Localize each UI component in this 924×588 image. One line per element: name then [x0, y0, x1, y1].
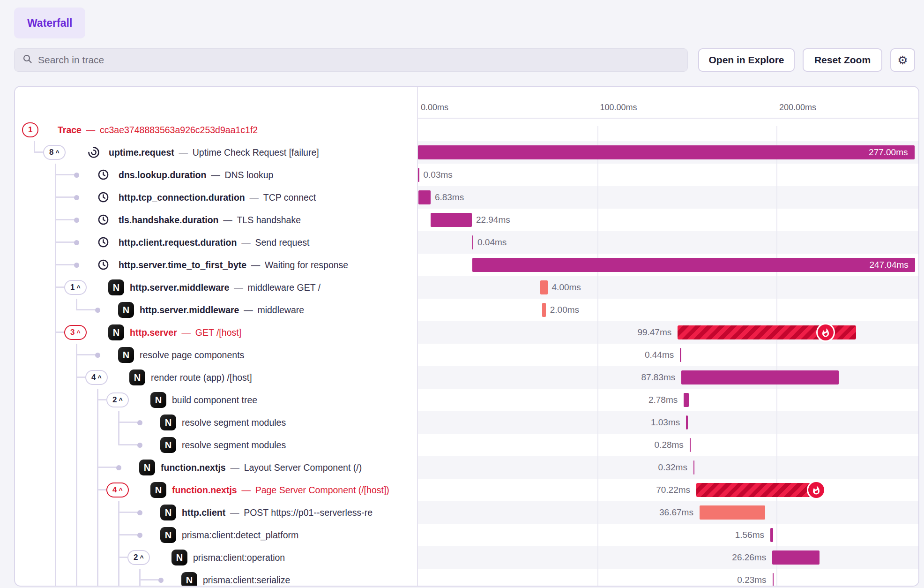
- duration-bar[interactable]: [770, 528, 773, 542]
- span-tree-cell[interactable]: Nhttp.server.middleware — middleware: [15, 299, 417, 321]
- waterfall-cell[interactable]: 36.67ms: [418, 501, 918, 524]
- duration-bar[interactable]: [418, 145, 915, 159]
- duration-bar[interactable]: [542, 303, 546, 317]
- span-tree-cell[interactable]: Nprisma:client:detect_platform: [15, 524, 417, 546]
- trace-row[interactable]: 1Trace — cc3ae3748883563a926c253d9aa1c1f…: [15, 119, 918, 141]
- trace-row[interactable]: dns.lookup.duration — DNS lookup0.03ms: [15, 164, 918, 186]
- span-count-pill[interactable]: 3^: [64, 325, 87, 340]
- duration-bar[interactable]: [680, 348, 681, 362]
- waterfall-cell[interactable]: 0.04ms: [418, 231, 918, 254]
- tree-guide-line: [55, 479, 56, 501]
- trace-row[interactable]: 1^Nhttp.server.middleware — middleware G…: [15, 276, 918, 299]
- span-tree-cell[interactable]: Nprisma:client:serialize: [15, 569, 417, 587]
- span-tree-cell[interactable]: 2^Nprisma:client:operation: [15, 546, 417, 569]
- waterfall-cell[interactable]: 0.03ms: [418, 164, 918, 186]
- duration-bar[interactable]: [772, 550, 819, 565]
- trace-row[interactable]: 8^uptime.request — Uptime Check Request …: [15, 141, 918, 164]
- waterfall-cell[interactable]: 1.03ms: [418, 411, 918, 434]
- trace-row[interactable]: Nprisma:client:serialize0.23ms: [15, 569, 918, 587]
- span-count-pill[interactable]: 1^: [64, 280, 87, 295]
- span-count-pill[interactable]: 2^: [106, 392, 129, 407]
- span-tree-cell[interactable]: 1Trace — cc3ae3748883563a926c253d9aa1c1f…: [15, 119, 417, 141]
- span-tree-cell[interactable]: Nresolve segment modules: [15, 411, 417, 434]
- duration-bar[interactable]: [773, 573, 774, 587]
- span-count-pill[interactable]: 4^: [85, 370, 108, 385]
- waterfall-cell[interactable]: 1.56ms: [418, 524, 918, 546]
- trace-row[interactable]: 3^Nhttp.server — GET /[host]99.47ms: [15, 321, 918, 344]
- trace-row[interactable]: 2^Nbuild component tree2.78ms: [15, 389, 918, 411]
- waterfall-cell[interactable]: 6.83ms: [418, 186, 918, 209]
- span-tree-cell[interactable]: 2^Nbuild component tree: [15, 389, 417, 411]
- span-tree-cell[interactable]: Nresolve page components: [15, 344, 417, 366]
- trace-waterfall-view: Waterfall Search in trace Open in Explor…: [0, 0, 924, 588]
- trace-row[interactable]: tls.handshake.duration — TLS handshake22…: [15, 209, 918, 231]
- waterfall-cell[interactable]: 2.00ms: [418, 299, 918, 321]
- duration-bar[interactable]: [472, 258, 915, 272]
- trace-row[interactable]: Nfunction.nextjs — Layout Server Compone…: [15, 456, 918, 479]
- settings-button[interactable]: ⚙: [890, 48, 915, 72]
- waterfall-cell[interactable]: 0.44ms: [418, 344, 918, 366]
- span-tree-cell[interactable]: 4^Nfunction.nextjs — Page Server Compone…: [15, 479, 417, 501]
- span-tree-cell[interactable]: 8^uptime.request — Uptime Check Request …: [15, 141, 417, 164]
- waterfall-cell[interactable]: 26.26ms: [418, 546, 918, 569]
- span-tree-cell[interactable]: Nhttp.client — POST https://p01--serverl…: [15, 501, 417, 524]
- span-tree-cell[interactable]: 1^Nhttp.server.middleware — middleware G…: [15, 276, 417, 299]
- span-count-pill[interactable]: 8^: [43, 145, 66, 160]
- waterfall-cell[interactable]: 4.00ms: [418, 276, 918, 299]
- waterfall-cell[interactable]: 277.00ms: [418, 141, 918, 164]
- trace-row[interactable]: 4^Nfunction.nextjs — Page Server Compone…: [15, 479, 918, 501]
- duration-bar[interactable]: [681, 370, 839, 384]
- duration-bar[interactable]: [693, 460, 695, 475]
- duration-bar[interactable]: [696, 483, 822, 497]
- trace-row[interactable]: Nresolve segment modules1.03ms: [15, 411, 918, 434]
- span-tree-cell[interactable]: 3^Nhttp.server — GET /[host]: [15, 321, 417, 344]
- waterfall-cell[interactable]: 87.83ms: [418, 366, 918, 389]
- span-op-name: tls.handshake.duration: [119, 215, 218, 225]
- span-tree-cell[interactable]: http.client.request.duration — Send requ…: [15, 231, 417, 254]
- waterfall-cell[interactable]: 247.04ms: [418, 254, 918, 276]
- duration-bar[interactable]: [700, 505, 765, 520]
- reset-zoom-button[interactable]: Reset Zoom: [803, 48, 882, 72]
- span-count-pill[interactable]: 1: [22, 122, 38, 137]
- trace-row[interactable]: 4^Nrender route (app) /[host]87.83ms: [15, 366, 918, 389]
- tree-leaf-dot: [137, 420, 142, 425]
- duration-bar[interactable]: [540, 280, 547, 294]
- span-count-pill[interactable]: 4^: [106, 482, 129, 498]
- trace-row[interactable]: Nresolve page components0.44ms: [15, 344, 918, 366]
- tree-branch-line: [55, 332, 64, 333]
- waterfall-cell[interactable]: [418, 119, 918, 141]
- waterfall-cell[interactable]: 0.32ms: [418, 456, 918, 479]
- span-tree-cell[interactable]: Nfunction.nextjs — Layout Server Compone…: [15, 456, 417, 479]
- span-tree-cell[interactable]: Nresolve segment modules: [15, 434, 417, 456]
- search-input[interactable]: Search in trace: [14, 48, 688, 72]
- waterfall-cell[interactable]: 0.28ms: [418, 434, 918, 456]
- duration-bar[interactable]: [418, 190, 431, 204]
- duration-bar[interactable]: [431, 213, 472, 227]
- duration-bar[interactable]: [472, 235, 474, 249]
- waterfall-cell[interactable]: 99.47ms: [418, 321, 918, 344]
- trace-row[interactable]: Nresolve segment modules0.28ms: [15, 434, 918, 456]
- trace-row[interactable]: 2^Nprisma:client:operation26.26ms: [15, 546, 918, 569]
- waterfall-cell[interactable]: 22.94ms: [418, 209, 918, 231]
- span-tree-cell[interactable]: http.server.time_to_first_byte — Waiting…: [15, 254, 417, 276]
- duration-bar[interactable]: [686, 415, 688, 430]
- span-tree-cell[interactable]: http.tcp_connection.duration — TCP conne…: [15, 186, 417, 209]
- trace-row[interactable]: http.client.request.duration — Send requ…: [15, 231, 918, 254]
- tab-waterfall[interactable]: Waterfall: [14, 8, 85, 38]
- duration-bar[interactable]: [684, 393, 689, 407]
- trace-row[interactable]: Nhttp.client — POST https://p01--serverl…: [15, 501, 918, 524]
- trace-row[interactable]: Nprisma:client:detect_platform1.56ms: [15, 524, 918, 546]
- trace-row[interactable]: Nhttp.server.middleware — middleware2.00…: [15, 299, 918, 321]
- waterfall-cell[interactable]: 70.22ms: [418, 479, 918, 501]
- duration-bar[interactable]: [690, 438, 691, 452]
- span-count-pill[interactable]: 2^: [127, 550, 150, 565]
- trace-row[interactable]: http.tcp_connection.duration — TCP conne…: [15, 186, 918, 209]
- waterfall-cell[interactable]: 2.78ms: [418, 389, 918, 411]
- duration-bar[interactable]: [418, 168, 419, 182]
- open-in-explore-button[interactable]: Open in Explore: [698, 48, 795, 72]
- span-tree-cell[interactable]: dns.lookup.duration — DNS lookup: [15, 164, 417, 186]
- waterfall-cell[interactable]: 0.23ms: [418, 569, 918, 587]
- trace-row[interactable]: http.server.time_to_first_byte — Waiting…: [15, 254, 918, 276]
- span-tree-cell[interactable]: tls.handshake.duration — TLS handshake: [15, 209, 417, 231]
- span-tree-cell[interactable]: 4^Nrender route (app) /[host]: [15, 366, 417, 389]
